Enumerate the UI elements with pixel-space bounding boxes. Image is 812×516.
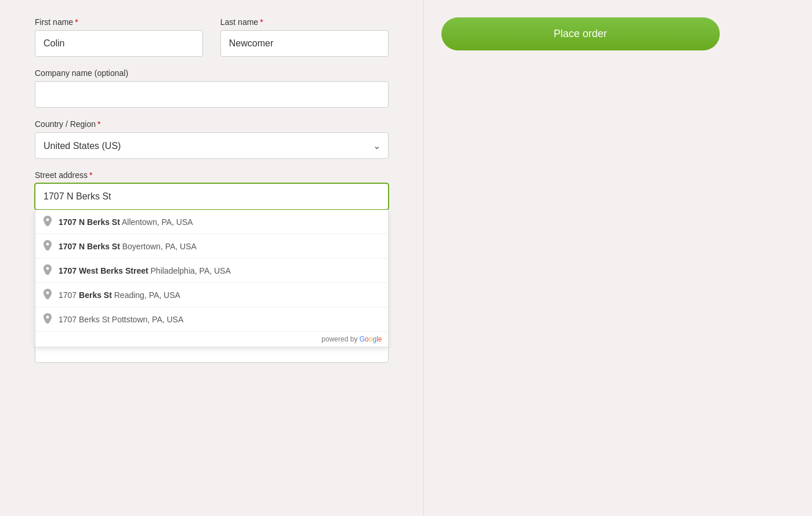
- page-container: First name* Last name* Company name (opt…: [0, 0, 812, 516]
- company-input[interactable]: [35, 81, 389, 108]
- pin-icon-4: [44, 289, 52, 301]
- pin-icon-5: [44, 313, 52, 325]
- pin-icon-2: [44, 240, 52, 252]
- country-required: *: [97, 119, 100, 129]
- last-name-label: Last name*: [220, 17, 389, 27]
- autocomplete-suggestion-5[interactable]: 1707 Berks St Pottstown, PA, USA: [35, 307, 388, 332]
- country-group: Country / Region* United States (US) ⌄: [35, 119, 389, 159]
- company-group: Company name (optional): [35, 68, 389, 108]
- autocomplete-suggestion-1[interactable]: 1707 N Berks St Allentown, PA, USA: [35, 210, 388, 234]
- first-name-group: First name*: [35, 17, 203, 57]
- street-group: Street address* 1707 N Berks St Allentow…: [35, 170, 389, 210]
- country-select-wrapper: United States (US) ⌄: [35, 132, 389, 159]
- suggestion-text-5: 1707 Berks St Pottstown, PA, USA: [59, 315, 183, 324]
- suggestion-text-2: 1707 N Berks St Boyertown, PA, USA: [59, 242, 197, 251]
- suggestion-text-4: 1707 Berks St Reading, PA, USA: [59, 290, 180, 300]
- street-required: *: [89, 170, 92, 180]
- pin-icon-1: [44, 216, 52, 228]
- country-select[interactable]: United States (US): [35, 132, 389, 159]
- autocomplete-dropdown: 1707 N Berks St Allentown, PA, USA 1707 …: [35, 210, 389, 347]
- autocomplete-suggestion-2[interactable]: 1707 N Berks St Boyertown, PA, USA: [35, 234, 388, 259]
- suggestion-text-3: 1707 West Berks Street Philadelphia, PA,…: [59, 266, 231, 275]
- name-row: First name* Last name*: [35, 17, 389, 57]
- form-section: First name* Last name* Company name (opt…: [0, 0, 423, 516]
- last-name-required: *: [260, 17, 263, 27]
- autocomplete-suggestion-3[interactable]: 1707 West Berks Street Philadelphia, PA,…: [35, 259, 388, 283]
- autocomplete-suggestion-4[interactable]: 1707 Berks St Reading, PA, USA: [35, 283, 388, 307]
- powered-by-google: powered by Google: [35, 332, 388, 347]
- sidebar-section: Place order: [423, 0, 813, 516]
- first-name-input[interactable]: [35, 30, 203, 57]
- first-name-required: *: [75, 17, 78, 27]
- suggestion-text-1: 1707 N Berks St Allentown, PA, USA: [59, 217, 193, 227]
- country-label: Country / Region*: [35, 119, 389, 129]
- google-logo-text: Google: [360, 335, 382, 343]
- autocomplete-container: 1707 N Berks St Allentown, PA, USA 1707 …: [35, 183, 389, 210]
- last-name-input[interactable]: [220, 30, 389, 57]
- pin-icon-3: [44, 264, 52, 277]
- last-name-group: Last name*: [220, 17, 389, 57]
- company-label: Company name (optional): [35, 68, 389, 78]
- street-label: Street address*: [35, 170, 389, 180]
- powered-by-text: powered by: [321, 335, 359, 343]
- place-order-button[interactable]: Place order: [441, 17, 720, 50]
- first-name-label: First name*: [35, 17, 203, 27]
- street-input[interactable]: [35, 183, 389, 210]
